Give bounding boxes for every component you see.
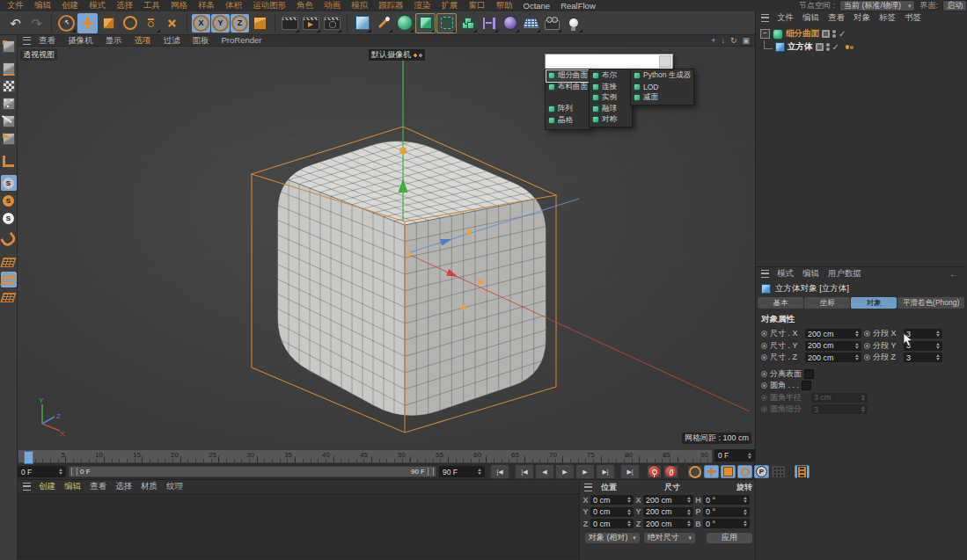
spinner-icon[interactable]	[744, 507, 747, 517]
anim-dot-icon[interactable]	[761, 343, 767, 349]
popup-menu-item[interactable]: 减面	[632, 92, 692, 104]
size-field[interactable]: 200 cm	[805, 353, 861, 362]
last-tool-button[interactable]	[141, 13, 161, 33]
menu-item[interactable]: 文件	[2, 0, 29, 11]
spinner-icon[interactable]	[687, 495, 691, 505]
segments-field[interactable]: 3	[904, 353, 942, 362]
spinner-icon[interactable]	[59, 467, 62, 476]
menu-item[interactable]: RealFlow	[555, 1, 601, 11]
camera-label[interactable]: 默认摄像机	[369, 49, 425, 61]
search-box-button[interactable]	[659, 55, 671, 68]
object-manager-menu-item[interactable]: 文件	[773, 12, 798, 24]
key-pla-button[interactable]	[771, 465, 786, 478]
key-rotation-button[interactable]	[737, 465, 752, 478]
range-end-field[interactable]: 90 F	[439, 466, 485, 477]
material-menu-item[interactable]: 编辑	[60, 481, 85, 492]
render-view-button[interactable]	[280, 13, 300, 33]
timeline-ruler[interactable]: 051015202530354045505560657075808590	[18, 449, 713, 463]
viewport-menu-item[interactable]: 摄像机	[62, 35, 99, 47]
spinner-icon[interactable]	[936, 341, 940, 351]
workplane-mode-button[interactable]	[1, 153, 17, 169]
anim-dot-icon[interactable]	[864, 331, 870, 337]
menu-item[interactable]: 工具	[138, 0, 165, 11]
cloner-button[interactable]	[458, 13, 478, 33]
object-name[interactable]: 细分曲面	[786, 28, 819, 40]
polygons-mode-button[interactable]	[1, 131, 17, 147]
position-field[interactable]: 0 cm	[590, 495, 634, 505]
prev-frame-button[interactable]: ◀	[535, 464, 554, 479]
key-position-button[interactable]	[704, 465, 719, 478]
workplane-grid-button[interactable]	[1, 254, 17, 270]
render-settings-button[interactable]	[322, 13, 342, 33]
interface-select[interactable]: 启动	[942, 0, 967, 11]
points-mode-button[interactable]	[1, 96, 17, 112]
size-field[interactable]: 200 cm	[643, 519, 693, 528]
attribute-tab[interactable]: 平滑着色(Phong)	[897, 297, 964, 309]
object-manager-menu-item[interactable]: 查看	[824, 12, 849, 24]
node-space-select[interactable]: 当前 (标准/物理) ▾	[839, 0, 916, 11]
deformer-group-button[interactable]	[436, 13, 457, 33]
viewport-menu-item[interactable]: 面板	[187, 35, 216, 47]
popup-menu-item[interactable]: Python 生成器	[632, 70, 692, 82]
position-field[interactable]: 0 cm	[590, 507, 634, 517]
menu-item[interactable]: 样条	[193, 0, 220, 11]
object-manager-menu-item[interactable]: 对象	[849, 12, 875, 24]
viewport-solo-button[interactable]: S	[1, 175, 17, 191]
render-picture-viewer-button[interactable]	[301, 13, 321, 33]
attribute-menu-item[interactable]: 编辑	[798, 268, 824, 280]
popup-menu-item[interactable]: 布尔	[590, 70, 631, 82]
enable-toggle-icon[interactable]	[816, 43, 824, 51]
enabled-check-icon[interactable]	[832, 43, 839, 52]
current-frame-field[interactable]: 0 F	[18, 466, 66, 477]
material-menu-item[interactable]: 查看	[85, 481, 111, 492]
edges-mode-button[interactable]	[1, 113, 17, 129]
y-lock-button[interactable]: Y	[211, 14, 230, 33]
coord-system-button[interactable]	[250, 13, 270, 33]
viewport-menu-item[interactable]: 选项	[128, 35, 158, 47]
anim-dot-icon[interactable]	[761, 371, 767, 377]
key-parameter-button[interactable]: P	[754, 465, 769, 478]
preview-range-slider[interactable]: 0 F 90 F	[69, 466, 436, 477]
attribute-tab[interactable]: 对象	[851, 297, 897, 309]
menu-item[interactable]: 动画	[319, 0, 346, 11]
menu-item[interactable]: 渲染	[409, 0, 436, 11]
anim-dot-icon[interactable]	[761, 331, 767, 337]
toggle-view-icon[interactable]: ▣	[742, 36, 750, 45]
next-key-button[interactable]: ▶|	[596, 464, 615, 479]
spinner-icon[interactable]	[748, 451, 751, 461]
goto-end-button[interactable]: ▶|	[620, 464, 640, 479]
spinner-icon[interactable]	[627, 519, 631, 528]
play-button[interactable]: ▶	[555, 464, 575, 479]
snap-button[interactable]	[1, 232, 17, 248]
range-handle-icon[interactable]	[428, 468, 434, 476]
object-manager-menu-item[interactable]: 编辑	[798, 12, 824, 24]
live-selection-button[interactable]: ↖	[56, 13, 77, 33]
attribute-tab[interactable]: 坐标	[804, 297, 850, 309]
material-menu-icon[interactable]	[23, 483, 31, 491]
menu-item[interactable]: 网格	[165, 0, 193, 11]
history-back-icon[interactable]: ←	[949, 269, 958, 279]
generator-group-button[interactable]	[415, 13, 436, 33]
spinner-icon[interactable]	[744, 519, 747, 528]
coordinates-menu-icon[interactable]	[584, 484, 592, 491]
menu-item[interactable]: 运动图形	[247, 0, 291, 11]
spline-pen-button[interactable]	[373, 13, 393, 33]
material-menu-item[interactable]: 纹理	[162, 481, 187, 492]
lock-workplane-button[interactable]	[1, 272, 17, 287]
menu-item[interactable]: Octane	[518, 1, 556, 11]
material-list-empty[interactable]	[18, 493, 578, 559]
pan-view-icon[interactable]: +	[711, 36, 715, 45]
spinner-icon[interactable]	[478, 467, 481, 476]
menu-item[interactable]: 帮助	[491, 0, 518, 11]
field-sphere-button[interactable]	[500, 13, 520, 33]
record-keyframe-button[interactable]	[647, 465, 662, 478]
subdivision-surface-button[interactable]	[394, 13, 414, 33]
model-mode-button[interactable]	[1, 61, 17, 76]
menu-item[interactable]: 窗口	[464, 0, 491, 11]
menu-item[interactable]: 扩展	[436, 0, 464, 11]
commander-search-box[interactable]	[545, 54, 673, 69]
rotation-field[interactable]: 0 °	[703, 507, 750, 517]
spinner-icon[interactable]	[855, 341, 859, 351]
apply-button[interactable]: 应用	[707, 533, 752, 543]
add-cube-button[interactable]	[352, 13, 372, 33]
